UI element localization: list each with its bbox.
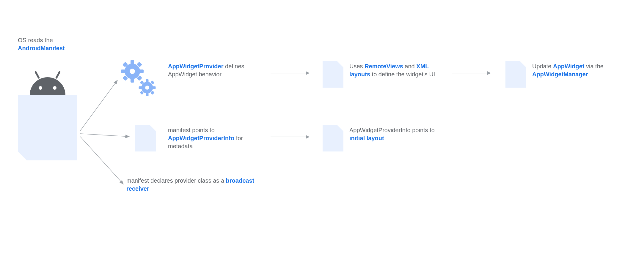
arrow-1 [271, 73, 309, 73]
remoteviews-text: Uses RemoteViews and XML layouts to defi… [349, 62, 444, 78]
svg-line-1 [80, 134, 129, 137]
remoteviews-file-icon [323, 61, 343, 88]
header-line1: OS reads the [18, 37, 53, 43]
svg-rect-7 [139, 70, 144, 73]
svg-point-12 [130, 69, 135, 74]
svg-line-2 [80, 137, 123, 184]
svg-rect-17 [152, 86, 156, 89]
svg-rect-4 [131, 60, 134, 65]
android-manifest-icon [18, 77, 77, 154]
svg-line-0 [80, 80, 117, 131]
initiallayout-text: AppWidgetProviderInfo points to initial … [349, 126, 444, 142]
diagram-canvas: { "header": { "line1": "OS reads the", "… [0, 0, 644, 259]
arrow-3 [271, 137, 309, 137]
update-text: Update AppWidget via the AppWidgetManage… [532, 62, 630, 78]
svg-point-22 [145, 86, 149, 90]
svg-rect-15 [146, 93, 149, 96]
gears-title: AppWidgetProvider [168, 63, 224, 70]
gears-text: AppWidgetProvider defines AppWidget beha… [168, 62, 251, 78]
initiallayout-file-icon [323, 125, 343, 151]
svg-rect-5 [131, 78, 134, 83]
update-file-icon [505, 61, 526, 88]
svg-rect-14 [146, 79, 149, 83]
header-line2: AndroidManifest [18, 45, 65, 51]
svg-rect-16 [139, 86, 142, 89]
providerinfo-file-icon [135, 125, 156, 151]
svg-rect-6 [121, 70, 126, 73]
broadcast-text: manifest declares provider class as a br… [126, 177, 263, 193]
providerinfo-text: manifest points to AppWidgetProviderInfo… [168, 126, 263, 150]
header-text: OS reads the AndroidManifest [18, 36, 107, 52]
gears-icon [119, 59, 161, 101]
arrow-2 [452, 73, 491, 73]
